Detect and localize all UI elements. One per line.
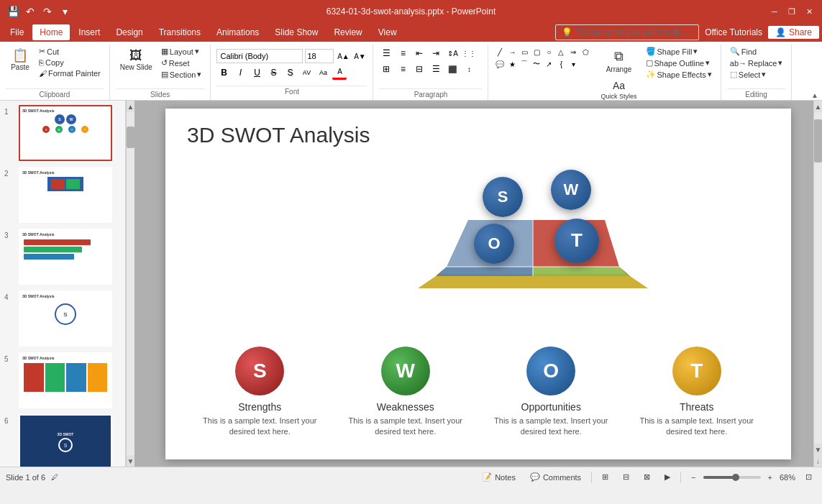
comments-button[interactable]: 💬 Comments xyxy=(526,472,585,482)
justify-button[interactable]: ☰ xyxy=(429,62,443,76)
find-button[interactable]: 🔍 Find xyxy=(727,46,786,57)
arrow-icon[interactable]: → xyxy=(506,46,518,58)
oval-icon[interactable]: ○ xyxy=(543,46,554,58)
quick-styles-button[interactable]: Aa Quick Styles xyxy=(596,77,641,103)
convert-smartart-button[interactable]: ⋮⋮ xyxy=(462,46,476,60)
select-button[interactable]: ⬚ Select ▾ xyxy=(727,69,786,80)
columns-button[interactable]: ⬛ xyxy=(445,62,460,76)
share-button[interactable]: 👤 Share xyxy=(768,26,819,39)
decrease-font-size-button[interactable]: A▼ xyxy=(352,49,367,63)
slide-title[interactable]: 3D SWOT Analysis xyxy=(187,123,770,147)
scroll-up-arrow[interactable]: ▲ xyxy=(127,101,134,112)
zoom-in-button[interactable]: + xyxy=(764,472,777,482)
tell-me-input[interactable]: 💡 Tell me what you want to do... xyxy=(555,24,699,40)
slide-thumb-1[interactable]: 1 3D SWOT Analysis S W S W O T xyxy=(3,104,122,162)
curve-icon[interactable]: ⌒ xyxy=(519,58,530,70)
increase-indent-button[interactable]: ⇥ xyxy=(429,46,443,60)
redo-icon[interactable]: ↷ xyxy=(40,4,55,19)
arrange-button[interactable]: ⧉ Arrange xyxy=(596,46,641,76)
cut-button[interactable]: ✂ Cut xyxy=(36,46,104,57)
align-center-button[interactable]: ≡ xyxy=(396,62,410,76)
text-direction-button[interactable]: ⇕A xyxy=(445,46,460,60)
italic-button[interactable]: I xyxy=(233,65,247,80)
callout-icon[interactable]: 💬 xyxy=(494,58,506,70)
reset-button[interactable]: ↺ Reset xyxy=(158,58,205,68)
font-size-input[interactable] xyxy=(305,49,334,63)
align-left-button[interactable]: ⊞ xyxy=(379,62,393,76)
font-family-input[interactable] xyxy=(216,49,303,63)
slide-thumb-5[interactable]: 5 3D SWOT Analysis xyxy=(3,351,122,410)
rounded-rect-icon[interactable]: ▢ xyxy=(531,46,542,58)
minimize-button[interactable]: ─ xyxy=(767,4,782,19)
shadow-button[interactable]: S xyxy=(283,65,297,80)
slide-panel-scrollbar[interactable]: ▲ ▼ xyxy=(126,101,134,467)
menu-file[interactable]: File xyxy=(3,24,31,40)
more-shapes-icon[interactable]: ▾ xyxy=(567,58,579,70)
slide-thumb-4[interactable]: 4 3D SWOT Analysis S xyxy=(3,289,122,348)
format-painter-button[interactable]: 🖌 Format Painter xyxy=(36,68,104,78)
collapse-ribbon-button[interactable]: ▲ xyxy=(811,91,818,99)
shape-effects-button[interactable]: ✨ Shape Effects ▾ xyxy=(643,69,715,80)
notes-button[interactable]: 📝 Notes xyxy=(478,472,520,482)
restore-button[interactable]: ❐ xyxy=(785,4,799,19)
menu-view[interactable]: View xyxy=(371,24,404,40)
close-button[interactable]: ✕ xyxy=(802,4,816,19)
new-slide-button[interactable]: 🖼 New Slide xyxy=(116,46,157,74)
scroll-thumb[interactable] xyxy=(127,127,134,148)
reading-view-button[interactable]: ⊠ xyxy=(639,472,654,482)
canvas-scroll-down[interactable]: ▼ xyxy=(814,444,822,455)
save-icon[interactable]: 💾 xyxy=(6,4,20,19)
font-spacing-button[interactable]: AV xyxy=(299,65,314,80)
menu-review[interactable]: Review xyxy=(326,24,369,40)
menu-home[interactable]: Home xyxy=(32,24,70,40)
freeform-icon[interactable]: 〜 xyxy=(531,58,542,70)
numbering-button[interactable]: ≡ xyxy=(396,46,410,60)
slideshow-button[interactable]: ▶ xyxy=(660,472,675,482)
section-button[interactable]: ▤ Section ▾ xyxy=(158,69,205,80)
menu-slideshow[interactable]: Slide Show xyxy=(268,24,325,40)
bullets-button[interactable]: ☰ xyxy=(379,46,393,60)
zoom-slider[interactable] xyxy=(703,476,761,479)
line-spacing-button[interactable]: ↕ xyxy=(462,62,476,76)
canvas-scroll-thumb[interactable] xyxy=(814,119,822,162)
undo-icon[interactable]: ↶ xyxy=(23,4,37,19)
normal-view-button[interactable]: ⊞ xyxy=(598,472,613,482)
scroll-down-arrow[interactable]: ▼ xyxy=(127,455,134,467)
line-icon[interactable]: ╱ xyxy=(494,46,506,58)
bold-button[interactable]: B xyxy=(216,65,231,80)
rect-icon[interactable]: ▭ xyxy=(519,46,530,58)
canvas-scroll-up[interactable]: ▲ xyxy=(814,101,822,112)
strikethrough-button[interactable]: S xyxy=(266,65,280,80)
customize-quick-access-icon[interactable]: ▾ xyxy=(58,4,72,19)
brace-icon[interactable]: { xyxy=(555,58,567,70)
slide-thumb-6[interactable]: 6 3D SWOT S xyxy=(3,413,122,467)
underline-button[interactable]: U xyxy=(250,65,264,80)
paste-button[interactable]: 📋 Paste xyxy=(6,46,35,74)
copy-button[interactable]: ⎘ Copy xyxy=(36,58,104,68)
scroll-bottom-arrow[interactable]: ↓ xyxy=(814,455,822,467)
triangle-icon[interactable]: △ xyxy=(555,46,567,58)
zoom-out-button[interactable]: − xyxy=(687,472,700,482)
zoom-slider-thumb[interactable] xyxy=(732,474,739,481)
layout-button[interactable]: ▦ Layout ▾ xyxy=(158,46,205,57)
connector-icon[interactable]: ↗ xyxy=(543,58,554,70)
align-right-button[interactable]: ⊟ xyxy=(412,62,426,76)
menu-transitions[interactable]: Transitions xyxy=(152,24,208,40)
canvas-scrollbar[interactable]: ▲ ▼ ↓ xyxy=(813,101,822,467)
shape-outline-button[interactable]: ▢ Shape Outline ▾ xyxy=(643,58,715,68)
increase-font-size-button[interactable]: A▲ xyxy=(336,49,350,63)
fit-slide-button[interactable]: ⊡ xyxy=(801,472,816,482)
pentagon-icon[interactable]: ⬠ xyxy=(580,46,591,58)
office-tutorials-link[interactable]: Office Tutorials xyxy=(705,27,762,37)
menu-animations[interactable]: Animations xyxy=(209,24,266,40)
slide-sorter-button[interactable]: ⊟ xyxy=(618,472,634,482)
decrease-indent-button[interactable]: ⇤ xyxy=(412,46,426,60)
shape-fill-button[interactable]: 🪣 Shape Fill ▾ xyxy=(643,46,715,57)
change-case-button[interactable]: Aa xyxy=(316,65,330,80)
replace-button[interactable]: ab→ Replace ▾ xyxy=(727,58,786,68)
slide-thumb-2[interactable]: 2 3D SWOT Analysis xyxy=(3,165,122,224)
slide-thumb-3[interactable]: 3 3D SWOT Analysis xyxy=(3,227,122,286)
font-color-button[interactable]: A xyxy=(332,65,347,80)
menu-insert[interactable]: Insert xyxy=(71,24,107,40)
menu-design[interactable]: Design xyxy=(109,24,150,40)
